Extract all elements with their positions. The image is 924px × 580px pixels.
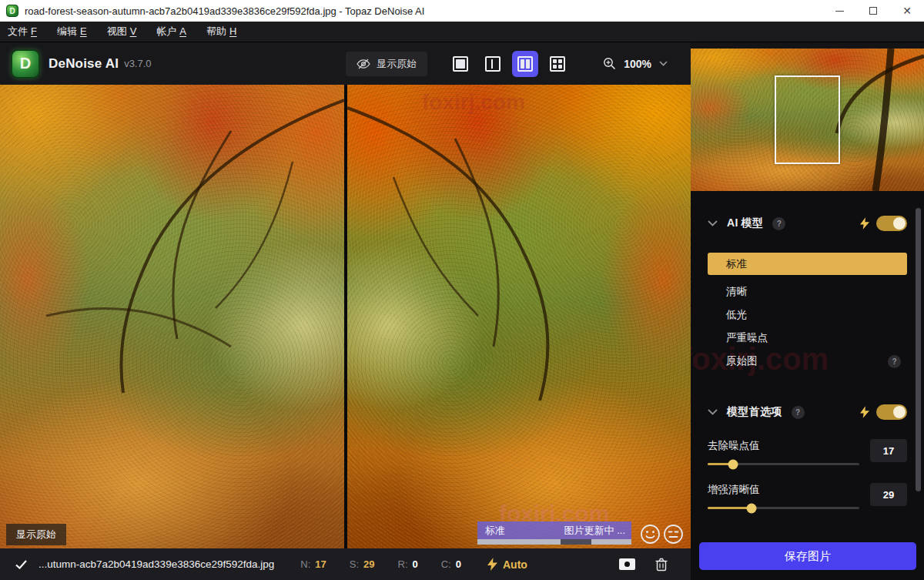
close-icon: ✕	[902, 5, 912, 16]
progress-bar	[477, 539, 631, 545]
processing-overlay: 标准 图片更新中 ...	[477, 521, 631, 545]
model-list: 标准 清晰 低光 严重噪点 原始图?	[708, 253, 907, 373]
menu-bar: 文件F 编辑E 视图V 帐户A 帮助H	[0, 22, 924, 42]
zoom-in-icon	[603, 57, 616, 70]
app-name: DeNoise AI	[49, 56, 119, 72]
viewport-rectangle[interactable]	[775, 75, 840, 164]
auto-mode-button[interactable]: Auto	[487, 558, 527, 571]
chevron-down-icon[interactable]	[708, 220, 718, 226]
single-view-icon	[453, 56, 468, 72]
chevron-down-icon[interactable]	[708, 409, 718, 415]
zoom-level: 100%	[624, 58, 651, 70]
model-item-severe-noise[interactable]: 严重噪点	[708, 327, 907, 350]
stats-group: N:17 S:29 R:0 C:0	[300, 558, 461, 570]
lightning-icon	[487, 558, 497, 571]
sharpen-slider-block: 增强清晰值 29	[708, 483, 907, 509]
maximize-button[interactable]	[856, 0, 890, 22]
happy-face-icon[interactable]	[640, 524, 661, 545]
eye-off-icon	[357, 59, 370, 69]
ai-model-toggle[interactable]	[876, 216, 907, 231]
slider-handle[interactable]	[747, 503, 757, 513]
show-original-button[interactable]: 显示原始	[346, 52, 427, 76]
help-icon[interactable]: ?	[888, 355, 901, 368]
lightning-icon	[860, 406, 869, 418]
view-split-button[interactable]	[480, 51, 506, 77]
toolbar: foxirj.com D DeNoise AI v3.7.0 显示原始	[0, 42, 691, 85]
close-button[interactable]: ✕	[890, 0, 924, 22]
app-icon: D	[6, 5, 18, 17]
chevron-down-icon	[659, 61, 668, 66]
lightning-icon	[860, 217, 869, 230]
maximize-icon	[869, 7, 877, 15]
ai-model-title: AI 模型	[727, 216, 763, 230]
menu-file[interactable]: 文件F	[8, 25, 37, 39]
noise-slider[interactable]	[708, 463, 859, 465]
preferences-section-header: 模型首选项 ?	[708, 403, 907, 421]
settings-panel: foxirj.com foxirj.com AI 模型 ?	[691, 42, 924, 580]
model-item-raw[interactable]: 原始图?	[708, 350, 907, 373]
app-version: v3.7.0	[124, 58, 151, 69]
original-image-pane[interactable]	[0, 85, 344, 548]
preferences-title: 模型首选项	[727, 405, 782, 419]
model-item-clear[interactable]: 清晰	[708, 280, 907, 303]
stat-noise: N:17	[300, 558, 326, 570]
image-canvas[interactable]: foxirj.com 显示原始 标准 图片更新中 ...	[0, 85, 691, 548]
menu-account[interactable]: 帐户A	[156, 25, 186, 39]
menu-edit[interactable]: 编辑E	[57, 25, 87, 39]
save-image-button[interactable]: 保存图片	[699, 542, 916, 570]
show-original-label: 显示原始	[377, 57, 417, 71]
sharpen-slider-label: 增强清晰值	[708, 483, 859, 497]
ai-model-section-header: AI 模型 ?	[708, 214, 907, 233]
title-bar: D road-forest-season-autumn-acb7a2b0419a…	[0, 0, 924, 22]
current-filename[interactable]: ...utumn-acb7a2b0419ad339e3836ce29f592fd…	[38, 558, 274, 570]
preferences-toggle[interactable]	[876, 404, 907, 420]
model-item-lowlight[interactable]: 低光	[708, 303, 907, 327]
branches-overlay	[347, 85, 691, 548]
view-side-by-side-button[interactable]	[512, 51, 538, 77]
view-mode-group	[447, 51, 571, 77]
denoise-logo-icon: D	[11, 49, 40, 79]
noise-slider-block: 去除噪点值 17	[708, 439, 907, 465]
zoom-control[interactable]: 100%	[595, 52, 675, 75]
snapshot-icon[interactable]	[619, 558, 635, 570]
app-window: D road-forest-season-autumn-acb7a2b0419a…	[0, 0, 924, 580]
side-by-side-icon	[517, 56, 533, 72]
help-icon[interactable]: ?	[772, 217, 785, 230]
split-view-icon	[485, 56, 500, 72]
navigator-thumbnail[interactable]	[691, 49, 924, 191]
stat-recover: R:0	[398, 558, 418, 570]
minimize-button[interactable]	[822, 0, 856, 22]
model-item-standard[interactable]: 标准	[708, 253, 907, 275]
stat-sharpen: S:29	[350, 558, 375, 570]
menu-view[interactable]: 视图V	[107, 25, 137, 39]
neutral-face-icon[interactable]	[663, 524, 684, 545]
show-original-tag[interactable]: 显示原始	[6, 524, 66, 545]
menu-help[interactable]: 帮助H	[206, 25, 236, 39]
help-icon[interactable]: ?	[792, 406, 805, 419]
branches-overlay	[0, 85, 344, 548]
grid-view-icon	[550, 56, 565, 72]
progress-status: 图片更新中 ...	[564, 524, 625, 538]
sharpen-slider[interactable]	[708, 507, 859, 509]
view-grid-button[interactable]	[544, 51, 571, 77]
window-title: road-forest-season-autumn-acb7a2b0419ad3…	[25, 5, 424, 17]
noise-value-box[interactable]: 17	[870, 439, 907, 462]
trash-icon[interactable]	[655, 558, 668, 572]
stat-color: C:0	[441, 558, 461, 570]
progress-model-label: 标准	[485, 524, 505, 538]
minimize-icon	[835, 11, 844, 12]
processed-image-pane[interactable]	[347, 85, 691, 548]
view-single-button[interactable]	[447, 51, 474, 77]
checkmark-icon	[15, 560, 27, 569]
panel-scrollbar[interactable]	[916, 208, 921, 491]
noise-slider-label: 去除噪点值	[708, 439, 859, 453]
status-bar: ...utumn-acb7a2b0419ad339e3836ce29f592fd…	[0, 548, 691, 580]
slider-handle[interactable]	[728, 459, 738, 469]
sharpen-value-box[interactable]: 29	[870, 483, 907, 506]
